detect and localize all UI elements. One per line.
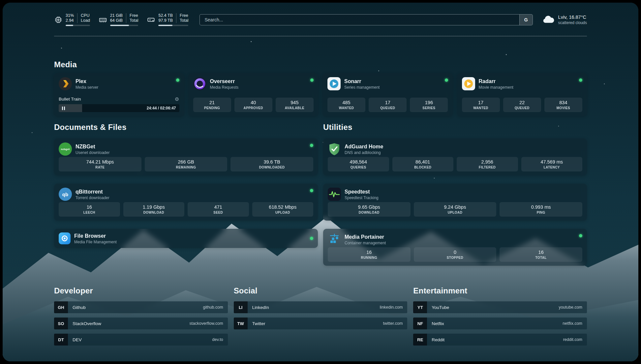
stat-movies: 834 MOVIES [544, 98, 582, 112]
search-bar: G [199, 14, 533, 25]
linkedin-icon: LI [234, 301, 248, 313]
ram-total-value: 64 GiB [110, 18, 123, 23]
app-desc: Usenet downloader [76, 150, 109, 155]
sonarr-icon [327, 77, 341, 90]
stat-available: 945 AVAILABLE [276, 98, 314, 112]
ram-total-label: Total [130, 18, 138, 23]
app-card-plex[interactable]: Plex Media server Bullet Train ⚙ [54, 73, 184, 116]
twitter-icon: TW [234, 318, 248, 329]
app-card-qbittorrent[interactable]: qb qBittorrent Torrent downloader 16 LEE… [54, 184, 318, 221]
app-card-portainer[interactable]: Media Portainer Container management 16 … [323, 229, 587, 266]
app-card-speedtest[interactable]: Speedtest Speedtest Tracking 9.65 Gbps D… [323, 184, 587, 221]
stat-pending: 21 PENDING [193, 98, 231, 112]
cloud-icon [542, 15, 555, 25]
adguard-icon [328, 142, 341, 156]
section-social: Social LI LinkedIn linkedin.com TW Twitt… [234, 286, 408, 346]
bookmark-linkedin[interactable]: LI LinkedIn linkedin.com [234, 301, 408, 313]
qbittorrent-icon: qb [59, 188, 72, 201]
stat-download: 1.19 Gbps DOWNLOAD [123, 202, 185, 217]
status-online-dot [310, 237, 313, 240]
ram-icon [99, 15, 107, 24]
stat-approved: 40 APPROVED [234, 98, 272, 112]
plex-icon [59, 77, 72, 90]
app-card-radarr[interactable]: Radarr Movie management 17 WANTED 22 QUE… [457, 73, 587, 116]
disk-total-label: Total [180, 18, 188, 23]
bookmark-netflix[interactable]: NF Netflix netflix.com [413, 318, 587, 329]
app-desc: Media Requests [210, 85, 239, 90]
cpu-label: CPU [81, 13, 90, 18]
cpu-icon [54, 15, 63, 24]
utilities-section-title: Utilities [323, 123, 587, 132]
now-playing-title: Bullet Train [59, 97, 81, 102]
stat-ping: 0.993 ms PING [500, 202, 582, 217]
app-card-nzbget[interactable]: nzbget NZBGet Usenet downloader 744.21 M… [54, 138, 318, 175]
app-card-adguard[interactable]: AdGuard Home DNS and adblocking 498,564 … [323, 138, 587, 175]
app-name: Media Portainer [345, 234, 386, 240]
youtube-icon: YT [413, 301, 427, 313]
app-desc: Media server [76, 85, 98, 90]
ram-free-label: Free [130, 13, 138, 18]
section-documents: Documents & Files nzbget NZBGet Usenet d… [54, 123, 318, 266]
search-engine-button[interactable]: G [519, 15, 533, 25]
app-desc: DNS and adblocking [345, 150, 383, 155]
stat-wanted: 485 WANTED [327, 98, 365, 112]
status-online-dot [579, 234, 582, 237]
portainer-icon [328, 233, 341, 246]
app-name: Overseerr [210, 78, 239, 84]
section-developer: Developer GH Github github.com SO StackO… [54, 286, 228, 346]
cpu-progress-bar [66, 25, 90, 26]
section-entertainment: Entertainment YT YouTube youtube.com NF … [413, 286, 587, 346]
pause-icon[interactable] [62, 106, 65, 110]
section-media: Media Plex Me [54, 60, 587, 116]
stat-seed: 471 SEED [188, 202, 249, 217]
status-online-dot [579, 78, 582, 82]
stat-stopped: 0 STOPPED [414, 247, 497, 262]
bookmark-github[interactable]: GH Github github.com [54, 301, 228, 313]
speedtest-icon [328, 188, 341, 201]
entertainment-section-title: Entertainment [413, 286, 587, 295]
bookmark-reddit[interactable]: RE Reddit reddit.com [413, 334, 587, 346]
stat-upload: 9.24 Gbps UPLOAD [414, 202, 497, 217]
stat-latency: 47.569 ms LATENCY [521, 157, 583, 171]
bookmark-dev[interactable]: DT DEV dev.to [54, 334, 228, 346]
app-desc: Media File Management [74, 240, 117, 244]
stackoverflow-icon: SO [54, 318, 68, 329]
bookmark-stackoverflow[interactable]: SO StackOverflow stackoverflow.com [54, 318, 228, 329]
bookmark-youtube[interactable]: YT YouTube youtube.com [413, 301, 587, 313]
app-name: File Browser [74, 233, 117, 239]
app-name: AdGuard Home [345, 143, 383, 150]
disk-widget: 52.4 TB 97.9 TB Free Total [147, 13, 188, 26]
radarr-icon [462, 77, 475, 90]
gear-icon[interactable]: ⚙ [175, 97, 179, 102]
app-card-sonarr[interactable]: Sonarr Series management 485 WANTED 17 Q… [323, 73, 453, 116]
stat-queued: 17 QUEUED [369, 98, 407, 112]
stat-running: 16 RUNNING [328, 247, 411, 262]
app-card-filebrowser[interactable]: File Browser Media File Management [54, 229, 318, 248]
disk-total-value: 97.9 TB [158, 18, 173, 23]
now-playing: Bullet Train ⚙ 24:44 / 02:06:47 [59, 97, 179, 112]
search-input[interactable] [200, 15, 519, 25]
dev-icon: DT [54, 334, 68, 346]
weather-widget: Lviv, 16.87°C scattered clouds [542, 15, 587, 25]
app-card-overseerr[interactable]: Overseerr Media Requests 21 PENDING 40 A… [189, 73, 319, 116]
app-desc: Torrent downloader [76, 196, 109, 200]
topbar: 31% 2.94 CPU Load [54, 13, 587, 36]
app-name: Sonarr [344, 78, 380, 84]
disk-progress-bar [158, 25, 188, 26]
stat-total: 16 TOTAL [500, 247, 582, 262]
stat-rate: 744.21 Mbps RATE [59, 157, 141, 171]
status-online-dot [310, 189, 313, 192]
app-desc: Series management [344, 85, 380, 90]
netflix-icon: NF [413, 318, 427, 329]
cpu-widget: 31% 2.94 CPU Load [54, 13, 90, 26]
stat-downloaded: 39.6 TB DOWNLOADED [230, 157, 313, 171]
reddit-icon: RE [413, 334, 427, 346]
disk-icon [147, 15, 155, 24]
stat-blocked: 86,401 BLOCKED [392, 157, 454, 171]
bookmark-twitter[interactable]: TW Twitter twitter.com [234, 318, 408, 329]
status-online-dot [176, 78, 179, 82]
weather-location: Lviv, 16.87°C [558, 15, 587, 20]
documents-section-title: Documents & Files [54, 123, 318, 132]
app-desc: Movie management [479, 85, 513, 90]
filebrowser-icon [59, 232, 71, 244]
